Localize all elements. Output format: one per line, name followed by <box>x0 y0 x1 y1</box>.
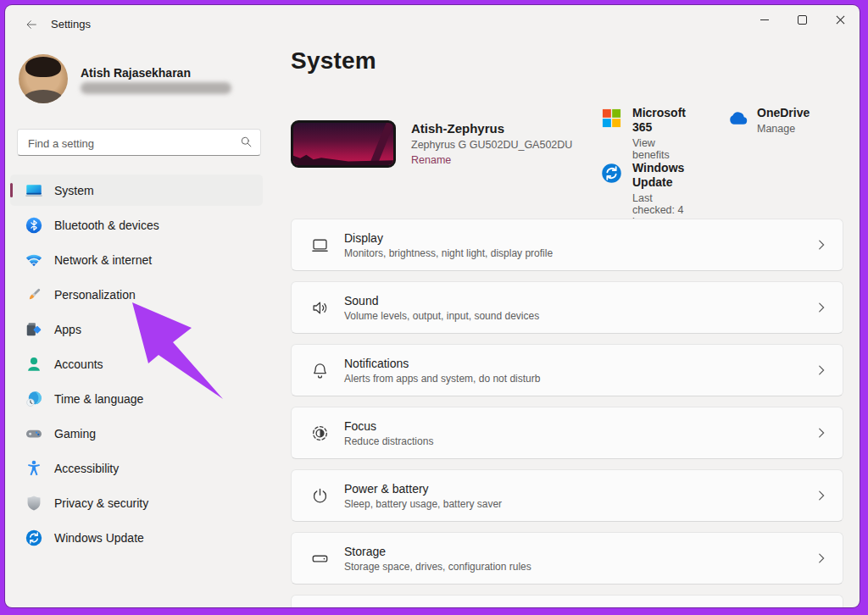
settings-row-power-battery[interactable]: Power & battery Sleep, battery usage, ba… <box>291 469 843 522</box>
device-header: Atish-Zephyrus Zephyrus G GU502DU_GA502D… <box>291 120 572 168</box>
sound-icon <box>310 298 330 318</box>
app-title: Settings <box>51 18 91 30</box>
rename-link[interactable]: Rename <box>411 154 451 166</box>
chevron-right-icon <box>814 488 829 503</box>
notifications-icon <box>310 361 330 380</box>
annotation-frame: Settings Atish Rajasekharan System Bluet… <box>0 0 868 615</box>
time-language-icon <box>25 390 43 408</box>
search-input[interactable] <box>26 130 233 157</box>
maximize-icon <box>798 15 807 25</box>
profile-email-redacted <box>81 82 231 94</box>
sidebar-item-accounts[interactable]: Accounts <box>10 348 263 380</box>
minimize-button[interactable] <box>745 5 783 34</box>
search-icon[interactable] <box>239 135 253 149</box>
privacy-security-icon <box>25 494 43 512</box>
settings-window: Settings Atish Rajasekharan System Bluet… <box>5 5 860 607</box>
chevron-right-icon <box>814 551 829 566</box>
avatar <box>19 54 68 103</box>
windows-update-icon <box>25 529 43 547</box>
settings-row-sound[interactable]: Sound Volume levels, output, input, soun… <box>291 281 843 334</box>
quick-card-microsoft-365: Microsoft 365 View benefits <box>600 106 686 161</box>
settings-row-notifications[interactable]: Notifications Alerts from apps and syste… <box>291 344 843 396</box>
sidebar-item-apps[interactable]: Apps <box>10 313 263 345</box>
bluetooth-icon <box>25 216 43 235</box>
page-title: System <box>291 47 376 75</box>
profile-name: Atish Rajasekharan <box>81 66 191 80</box>
display-icon <box>310 235 330 255</box>
power-icon <box>310 486 330 506</box>
sidebar-nav: System Bluetooth & devices Network & int… <box>10 175 263 557</box>
device-info: Atish-Zephyrus Zephyrus G GU502DU_GA502D… <box>411 120 572 168</box>
settings-row-focus[interactable]: Focus Reduce distractions <box>291 407 843 459</box>
main-content: System Atish-Zephyrus Zephyrus G GU502DU… <box>286 42 860 607</box>
accounts-icon <box>25 355 43 374</box>
sidebar-item-privacy-security[interactable]: Privacy & security <box>10 487 263 518</box>
settings-list: Display Monitors, brightness, night ligh… <box>291 219 843 607</box>
sidebar: Atish Rajasekharan System Bluetooth & de… <box>5 42 281 607</box>
close-icon <box>836 15 845 25</box>
onedrive-icon <box>725 107 748 130</box>
search-box <box>17 129 261 156</box>
minimize-icon <box>760 19 769 20</box>
sidebar-item-system[interactable]: System <box>10 175 263 206</box>
personalization-icon <box>25 285 43 304</box>
back-arrow-icon <box>25 18 38 31</box>
close-button[interactable] <box>821 5 860 34</box>
device-thumbnail <box>291 120 396 168</box>
settings-row-display[interactable]: Display Monitors, brightness, night ligh… <box>291 219 843 271</box>
system-icon <box>25 181 43 200</box>
apps-icon <box>25 320 43 339</box>
device-model: Zephyrus G GU502DU_GA502DU <box>411 139 572 151</box>
sidebar-item-bluetooth-devices[interactable]: Bluetooth & devices <box>10 209 263 241</box>
maximize-button[interactable] <box>783 5 821 34</box>
quick-card-action-link[interactable]: View benefits <box>632 137 686 161</box>
sidebar-item-windows-update[interactable]: Windows Update <box>10 522 263 553</box>
focus-icon <box>310 424 330 443</box>
gaming-icon <box>25 424 43 443</box>
chevron-right-icon <box>814 237 829 252</box>
titlebar: Settings <box>5 5 860 42</box>
quick-card-onedrive: OneDrive Manage <box>725 106 810 135</box>
sidebar-item-personalization[interactable]: Personalization <box>10 279 263 310</box>
settings-row-partial[interactable] <box>291 595 843 607</box>
accessibility-icon <box>25 459 43 478</box>
windows-update-icon <box>600 162 623 185</box>
network-icon <box>25 251 43 269</box>
sidebar-item-network-internet[interactable]: Network & internet <box>10 244 263 275</box>
microsoft-365-icon <box>600 107 623 130</box>
sidebar-item-gaming[interactable]: Gaming <box>10 418 263 449</box>
storage-icon <box>310 549 330 568</box>
device-name: Atish-Zephyrus <box>411 121 572 136</box>
settings-row-storage[interactable]: Storage Storage space, drives, configura… <box>291 532 843 585</box>
chevron-right-icon <box>814 363 829 378</box>
window-controls <box>745 5 860 34</box>
sidebar-item-time-language[interactable]: Time & language <box>10 383 263 414</box>
back-button[interactable] <box>17 13 46 36</box>
quick-card-action-link[interactable]: Manage <box>757 123 810 135</box>
sidebar-item-accessibility[interactable]: Accessibility <box>10 452 263 484</box>
chevron-right-icon <box>814 300 829 315</box>
chevron-right-icon <box>814 425 829 440</box>
